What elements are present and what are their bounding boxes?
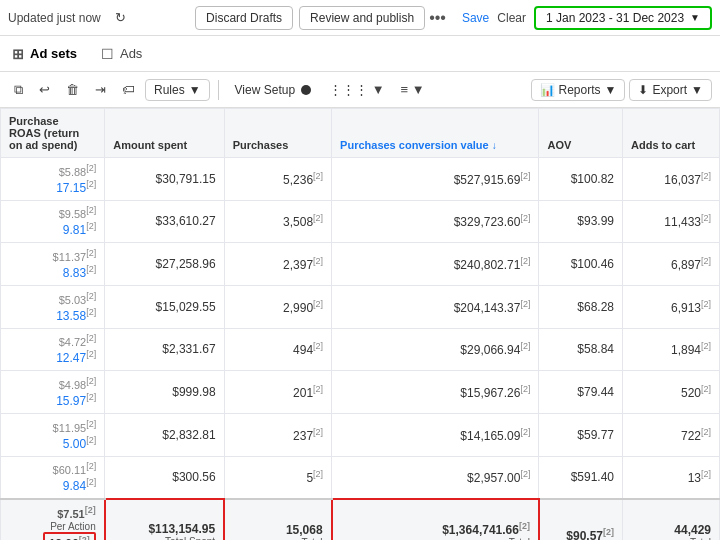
rules-button[interactable]: Rules ▼ <box>145 79 210 101</box>
discard-drafts-button[interactable]: Discard Drafts <box>195 6 293 30</box>
data-table: PurchaseROAS (returnon ad spend) Amount … <box>0 108 720 540</box>
cell-roas-2: $11.37[2] 8.83[2] <box>1 243 105 286</box>
total-conv: $1,364,741.66[2] Total <box>332 499 539 540</box>
cell-roas-7: $60.11[2] 9.84[2] <box>1 456 105 499</box>
date-range-button[interactable]: 1 Jan 2023 - 31 Dec 2023 ▼ <box>534 6 712 30</box>
col-header-purchases[interactable]: Purchases <box>224 109 331 158</box>
nav-ads[interactable]: ☐ Ads <box>101 46 142 62</box>
cell-purchases-5: 201[2] <box>224 371 331 414</box>
toolbar: ⧉ ↩ 🗑 ⇥ 🏷 Rules ▼ View Setup ⋮⋮⋮ ▼ ≡ ▼ 📊… <box>0 72 720 108</box>
save-link[interactable]: Save <box>462 11 489 25</box>
cell-conv-0: $527,915.69[2] <box>332 158 539 201</box>
view-setup-label: View Setup <box>235 83 296 97</box>
delete-button[interactable]: 🗑 <box>60 78 85 101</box>
cell-roas-4: $4.72[2] 12.47[2] <box>1 328 105 371</box>
cell-aov-5: $79.44 <box>539 371 623 414</box>
cell-conv-5: $15,967.26[2] <box>332 371 539 414</box>
cell-amount-5: $999.98 <box>105 371 224 414</box>
chevron-down-icon: ▼ <box>690 12 700 23</box>
table-row: $11.37[2] 8.83[2] $27,258.96 2,397[2] $2… <box>1 243 720 286</box>
reports-chevron: ▼ <box>605 83 617 97</box>
cell-cart-2: 6,897[2] <box>623 243 720 286</box>
cell-cart-5: 520[2] <box>623 371 720 414</box>
col-header-amount[interactable]: Amount spent <box>105 109 224 158</box>
cell-aov-4: $58.84 <box>539 328 623 371</box>
cell-conv-7: $2,957.00[2] <box>332 456 539 499</box>
col-header-roas[interactable]: PurchaseROAS (returnon ad spend) <box>1 109 105 158</box>
adsets-icon: ⊞ <box>12 46 24 62</box>
duplicate-button[interactable]: ⧉ <box>8 78 29 102</box>
cell-roas-6: $11.95[2] 5.00[2] <box>1 413 105 456</box>
toolbar-separator-1 <box>218 80 219 100</box>
table-row: $5.03[2] 13.58[2] $15,029.55 2,990[2] $2… <box>1 285 720 328</box>
cell-conv-1: $329,723.60[2] <box>332 200 539 243</box>
export-button[interactable]: ⬇ Export ▼ <box>629 79 712 101</box>
nav-adsets[interactable]: ⊞ Ad sets <box>12 46 77 62</box>
table-row: $5.88[2] 17.15[2] $30,791.15 5,236[2] $5… <box>1 158 720 201</box>
updated-text: Updated just now <box>8 11 101 25</box>
cell-aov-7: $591.40 <box>539 456 623 499</box>
table-row: $9.58[2] 9.81[2] $33,610.27 3,508[2] $32… <box>1 200 720 243</box>
sort-icon: ↓ <box>492 140 497 151</box>
cell-purchases-1: 3,508[2] <box>224 200 331 243</box>
cell-roas-1: $9.58[2] 9.81[2] <box>1 200 105 243</box>
cell-purchases-6: 237[2] <box>224 413 331 456</box>
cell-roas-5: $4.98[2] 15.97[2] <box>1 371 105 414</box>
cell-cart-1: 11,433[2] <box>623 200 720 243</box>
review-publish-button[interactable]: Review and publish <box>299 6 425 30</box>
clear-link[interactable]: Clear <box>497 11 526 25</box>
toolbar-right: 📊 Reports ▼ ⬇ Export ▼ <box>531 79 713 101</box>
ads-icon: ☐ <box>101 46 114 62</box>
top-bar: Updated just now ↻ Discard Drafts Review… <box>0 0 720 36</box>
refresh-button[interactable]: ↻ <box>109 6 132 29</box>
adsets-label: Ad sets <box>30 46 77 61</box>
export-label: Export <box>652 83 687 97</box>
cell-amount-7: $300.56 <box>105 456 224 499</box>
cell-cart-4: 1,894[2] <box>623 328 720 371</box>
tags-button[interactable]: 🏷 <box>116 78 141 101</box>
rules-label: Rules <box>154 83 185 97</box>
col-header-cart[interactable]: Adds to cart <box>623 109 720 158</box>
cell-purchases-4: 494[2] <box>224 328 331 371</box>
cell-roas-3: $5.03[2] 13.58[2] <box>1 285 105 328</box>
export-chevron: ▼ <box>691 83 703 97</box>
cell-amount-3: $15,029.55 <box>105 285 224 328</box>
data-table-wrapper: PurchaseROAS (returnon ad spend) Amount … <box>0 108 720 540</box>
date-range-text: 1 Jan 2023 - 31 Dec 2023 <box>546 11 684 25</box>
table-row: $4.72[2] 12.47[2] $2,331.67 494[2] $29,0… <box>1 328 720 371</box>
undo-button[interactable]: ↩ <box>33 78 56 101</box>
nav-bar: ⊞ Ad sets ☐ Ads <box>0 36 720 72</box>
reports-icon: 📊 <box>540 83 555 97</box>
table-row: $11.95[2] 5.00[2] $2,832.81 237[2] $14,1… <box>1 413 720 456</box>
col-header-conv[interactable]: Purchases conversion value ↓ <box>332 109 539 158</box>
cell-conv-4: $29,066.94[2] <box>332 328 539 371</box>
cell-conv-3: $204,143.37[2] <box>332 285 539 328</box>
ads-label: Ads <box>120 46 142 61</box>
cell-amount-2: $27,258.96 <box>105 243 224 286</box>
export-icon: ⬇ <box>638 83 648 97</box>
cell-amount-1: $33,610.27 <box>105 200 224 243</box>
cell-purchases-0: 5,236[2] <box>224 158 331 201</box>
column-layout-button[interactable]: ⋮⋮⋮ ▼ <box>323 78 390 101</box>
cell-amount-6: $2,832.81 <box>105 413 224 456</box>
move-button[interactable]: ⇥ <box>89 78 112 101</box>
total-aov: $90.57[2] <box>539 499 623 540</box>
view-setup-dot <box>301 85 311 95</box>
reports-button[interactable]: 📊 Reports ▼ <box>531 79 626 101</box>
view-setup-button[interactable]: View Setup <box>227 79 320 101</box>
more-options-button[interactable]: ••• <box>425 9 450 27</box>
cell-amount-0: $30,791.15 <box>105 158 224 201</box>
totals-row: $7.51[2] Per Action 12.06[2] Average $11… <box>1 499 720 540</box>
col-header-aov[interactable]: AOV <box>539 109 623 158</box>
total-purchases: 15,068 Total <box>224 499 331 540</box>
rules-chevron: ▼ <box>189 83 201 97</box>
cell-purchases-3: 2,990[2] <box>224 285 331 328</box>
cell-aov-6: $59.77 <box>539 413 623 456</box>
total-amount: $113,154.95 Total Spent <box>105 499 224 540</box>
table-row: $60.11[2] 9.84[2] $300.56 5[2] $2,957.00… <box>1 456 720 499</box>
row-layout-button[interactable]: ≡ ▼ <box>395 78 431 101</box>
cell-amount-4: $2,331.67 <box>105 328 224 371</box>
cell-aov-0: $100.82 <box>539 158 623 201</box>
save-clear-group: Save Clear <box>462 11 526 25</box>
cell-aov-1: $93.99 <box>539 200 623 243</box>
